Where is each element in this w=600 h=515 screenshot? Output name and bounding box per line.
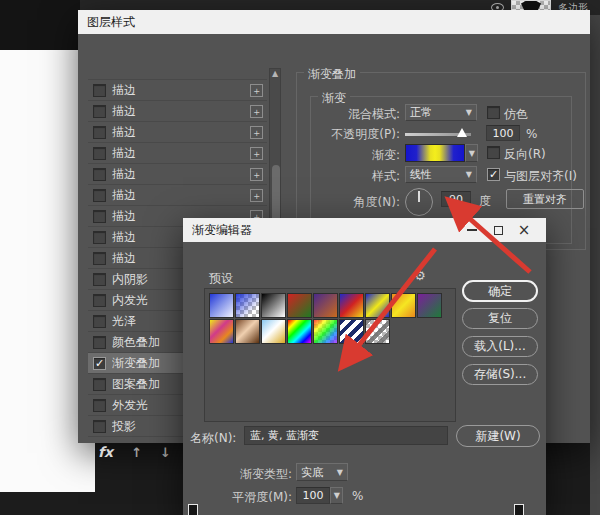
dither-checkbox[interactable] <box>487 106 500 119</box>
chevron-down-icon: ▼ <box>337 468 343 477</box>
gradient-preset-transparent-stripes[interactable] <box>365 319 390 344</box>
name-label: 名称(N): <box>190 430 236 447</box>
effect-label: 描边 <box>112 124 244 141</box>
angle-dial[interactable] <box>405 188 433 216</box>
gradient-editor-titlebar[interactable]: 渐变编辑器 × <box>183 218 546 242</box>
gradient-preset-blue-stripes[interactable] <box>339 319 364 344</box>
gradient-type-select[interactable]: 实底 ▼ <box>296 463 348 481</box>
chevron-down-icon: ▼ <box>466 170 472 179</box>
effect-checkbox[interactable] <box>93 399 106 412</box>
gradient-preset-foreground-to-transparent[interactable] <box>235 293 260 318</box>
smoothness-value[interactable]: 100 <box>296 487 330 504</box>
panel-edge-strip <box>590 15 600 515</box>
gradient-preset-yellow-violet-orange-blue[interactable] <box>209 319 234 344</box>
effect-label: 描边 <box>112 145 244 162</box>
gradient-preview[interactable] <box>405 144 465 162</box>
gradient-preset-copper[interactable] <box>235 319 260 344</box>
opacity-label: 不透明度(P): <box>238 126 400 143</box>
gradient-preset-black-to-white[interactable] <box>261 293 286 318</box>
effect-label: 描边 <box>112 166 244 183</box>
gradient-preset-orange-yellow-orange[interactable] <box>391 293 416 318</box>
load-button[interactable]: 载入(L)... <box>462 336 538 357</box>
gradient-preset-foreground-to-background[interactable] <box>209 293 234 318</box>
effect-item-stroke-1[interactable]: 描边＋ <box>88 80 267 101</box>
reset-button[interactable]: 复位 <box>462 308 538 329</box>
gradient-picker-button[interactable]: ▼ <box>465 144 478 162</box>
dither-label: 仿色 <box>504 106 528 123</box>
blend-mode-label: 混合模式: <box>238 106 400 123</box>
photoshop-screen: 多边形 图层样式 描边＋描边＋描边＋描边＋描边＋描边＋描边＋描边＋描边＋内阴影内… <box>0 0 600 515</box>
gear-icon[interactable]: ⚙ <box>414 268 426 283</box>
effect-label: 描边 <box>112 103 244 120</box>
layer-style-title: 图层样式 <box>87 14 135 31</box>
gradient-label: 渐变: <box>238 147 400 164</box>
effect-checkbox[interactable]: ✓ <box>93 357 106 370</box>
effect-checkbox[interactable] <box>93 126 106 139</box>
effect-label: 描边 <box>112 187 244 204</box>
gradient-preset-red-to-green[interactable] <box>287 293 312 318</box>
effect-checkbox[interactable] <box>93 231 106 244</box>
opacity-stop-left[interactable] <box>188 504 198 515</box>
presets-label: 预设 <box>209 270 233 287</box>
minimize-icon[interactable] <box>459 219 485 241</box>
opacity-slider-handle[interactable] <box>457 128 467 137</box>
gradient-preset-blue-red-yellow[interactable] <box>339 293 364 318</box>
save-button[interactable]: 存储(S)... <box>462 364 538 385</box>
scroll-up-icon[interactable]: ▲ <box>270 69 280 78</box>
effect-checkbox[interactable] <box>93 84 106 97</box>
opacity-unit: % <box>526 127 537 141</box>
gradient-preset-violet-to-green[interactable] <box>417 293 442 318</box>
gradient-type-label: 渐变类型: <box>212 466 292 483</box>
opacity-slider[interactable] <box>405 133 471 136</box>
effect-item-partial[interactable] <box>88 68 267 80</box>
angle-value[interactable]: 90 <box>441 191 471 207</box>
angle-label: 角度(N): <box>238 194 400 211</box>
gradient-subgroup-title: 渐变 <box>318 90 350 107</box>
blend-mode-select[interactable]: 正常 ▼ <box>405 104 477 121</box>
smoothness-label: 平滑度(M): <box>212 489 292 506</box>
effect-checkbox[interactable] <box>93 168 106 181</box>
effect-checkbox[interactable] <box>93 147 106 160</box>
effect-checkbox[interactable] <box>93 105 106 118</box>
restore-icon[interactable] <box>485 219 511 241</box>
effect-checkbox[interactable] <box>93 189 106 202</box>
effect-label: 描边 <box>112 82 244 99</box>
angle-unit: 度 <box>479 193 491 210</box>
gradient-preset-spectrum[interactable] <box>287 319 312 344</box>
gradient-preset-blue-white-gold[interactable] <box>261 319 286 344</box>
opacity-value[interactable]: 100 <box>486 125 520 141</box>
move-effect-up-button[interactable]: ↑ <box>131 445 142 460</box>
style-select[interactable]: 线性 ▼ <box>405 166 477 183</box>
align-with-layer-label: 与图层对齐(I) <box>504 168 577 185</box>
gradient-overlay-group-title: 渐变叠加 <box>304 66 360 83</box>
effect-checkbox[interactable] <box>93 273 106 286</box>
effect-checkbox[interactable] <box>93 252 106 265</box>
smoothness-dropdown-button[interactable]: ▼ <box>330 487 343 504</box>
add-effect-button[interactable]: ＋ <box>250 84 263 97</box>
gradient-preset-violet-to-orange[interactable] <box>313 293 338 318</box>
effect-checkbox[interactable] <box>93 336 106 349</box>
gradient-editor-title: 渐变编辑器 <box>192 222 252 239</box>
close-icon[interactable]: × <box>511 219 537 241</box>
chevron-down-icon: ▼ <box>469 149 475 158</box>
move-effect-down-button[interactable]: ↓ <box>160 445 171 460</box>
effect-checkbox[interactable] <box>93 420 106 433</box>
reverse-checkbox[interactable] <box>487 146 500 159</box>
effect-checkbox[interactable] <box>93 210 106 223</box>
reset-alignment-button[interactable]: 重置对齐 <box>506 189 584 209</box>
gradient-name-input[interactable] <box>244 426 448 445</box>
effect-checkbox[interactable] <box>93 294 106 307</box>
opacity-stop-right[interactable] <box>514 504 524 515</box>
effect-checkbox[interactable] <box>93 315 106 328</box>
gradient-preset-transparent-rainbow[interactable] <box>313 319 338 344</box>
fx-menu-button[interactable]: fx <box>98 444 113 460</box>
chevron-down-icon: ▼ <box>466 108 472 117</box>
layer-style-titlebar[interactable]: 图层样式 <box>78 10 590 34</box>
new-button[interactable]: 新建(W) <box>456 425 540 447</box>
gradient-preset-blue-yellow-blue[interactable] <box>365 293 390 318</box>
effect-checkbox[interactable] <box>93 378 106 391</box>
gradient-editor-body: 预设 ⚙ 确定 复位 载入(L)... 存储(S)... 名称(N): 新建(W… <box>183 242 546 515</box>
style-label: 样式: <box>238 168 400 185</box>
align-with-layer-checkbox[interactable]: ✓ <box>487 168 500 181</box>
ok-button[interactable]: 确定 <box>462 280 538 302</box>
